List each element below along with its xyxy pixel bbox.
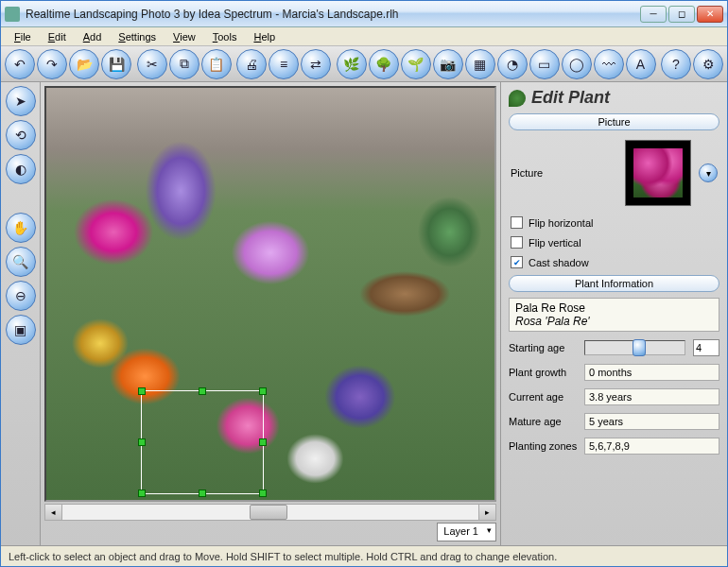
minimize-button[interactable]: ─ (640, 6, 667, 23)
path-icon[interactable]: 〰 (594, 49, 624, 79)
zoom-in-icon[interactable]: 🔍 (6, 247, 36, 277)
slider-thumb[interactable] (633, 339, 646, 356)
undo-icon[interactable]: ↶ (5, 49, 35, 79)
resize-handle[interactable] (199, 490, 206, 497)
camera-icon[interactable]: 📷 (433, 49, 463, 79)
tree-icon[interactable]: 🌳 (369, 49, 399, 79)
menu-settings[interactable]: Settings (111, 29, 164, 44)
plant-growth-value: 0 months (584, 364, 719, 381)
menu-help[interactable]: Help (246, 29, 283, 44)
print-icon[interactable]: 🖨 (236, 49, 267, 79)
plant-growth-label: Plant growth (509, 367, 581, 378)
fit-icon[interactable]: ▣ (6, 315, 36, 345)
main-toolbar: ↶ ↷ 📂 💾 ✂ ⧉ 📋 🖨 ≡ ⇄ 🌿 🌳 🌱 📷 ▦ ◔ ▭ ◯ 〰 A … (1, 46, 727, 82)
zones-label: Planting zones (509, 440, 581, 452)
fill-icon[interactable]: ◐ (6, 154, 36, 184)
canvas-area: ◂ ▸ Layer 1 (41, 82, 500, 545)
flip-h-label: Flip horizontal (529, 217, 593, 229)
picture-section-header: Picture (509, 113, 719, 130)
selection-box[interactable] (141, 390, 264, 494)
horizontal-scrollbar[interactable]: ◂ ▸ (44, 504, 496, 521)
picture-label: Picture (511, 167, 543, 179)
maximize-button[interactable]: ◻ (668, 6, 695, 23)
flip-icon[interactable]: ⇄ (301, 49, 331, 79)
current-age-value: 3.8 years (584, 388, 719, 405)
mature-age-value: 5 years (584, 413, 719, 430)
rotate-icon[interactable]: ⟲ (6, 120, 36, 150)
zoom-out-icon[interactable]: ⊖ (6, 281, 36, 311)
plant-scientific-name: Rosa 'Pala Re' (515, 315, 713, 328)
scroll-left-icon[interactable]: ◂ (45, 505, 62, 520)
plant-info-box: Pala Re Rose Rosa 'Pala Re' (509, 298, 719, 332)
settings-icon[interactable]: ⚙ (693, 49, 723, 79)
text-icon[interactable]: A (626, 49, 656, 79)
copy-icon[interactable]: ⧉ (169, 49, 199, 79)
starting-age-label: Starting age (509, 342, 581, 353)
shrub-icon[interactable]: 🌱 (401, 49, 431, 79)
shape-icon[interactable]: ◯ (562, 49, 592, 79)
align-icon[interactable]: ≡ (269, 49, 299, 79)
scroll-thumb[interactable] (250, 505, 287, 520)
menu-file[interactable]: File (7, 29, 39, 44)
window-title: Realtime Landscaping Photo 3 by Idea Spe… (26, 8, 640, 21)
status-text: Left-click to select an object and drag … (9, 551, 557, 562)
resize-handle[interactable] (138, 438, 146, 446)
resize-handle[interactable] (138, 387, 146, 395)
pointer-icon[interactable]: ➤ (6, 86, 36, 116)
redo-icon[interactable]: ↷ (37, 49, 67, 79)
resize-handle[interactable] (259, 438, 267, 446)
status-bar: Left-click to select an object and drag … (1, 545, 727, 566)
starting-age-slider[interactable] (584, 340, 685, 355)
design-canvas[interactable] (44, 86, 496, 502)
menu-tools[interactable]: Tools (205, 29, 245, 44)
save-icon[interactable]: 💾 (101, 49, 131, 79)
cast-shadow-label: Cast shadow (529, 257, 589, 268)
content-area: ➤ ⟲ ◐ ✋ 🔍 ⊖ ▣ (1, 82, 727, 545)
help-icon[interactable]: ? (661, 49, 691, 79)
flip-v-label: Flip vertical (529, 237, 581, 249)
picture-options-button[interactable]: ▾ (699, 163, 718, 182)
app-window: Realtime Landscaping Photo 3 by Idea Spe… (0, 0, 728, 567)
flip-horizontal-checkbox[interactable] (511, 216, 523, 229)
rock-icon[interactable]: ◔ (497, 49, 528, 79)
left-toolbar: ➤ ⟲ ◐ ✋ 🔍 ⊖ ▣ (1, 82, 41, 545)
close-button[interactable]: ✕ (697, 6, 723, 23)
current-age-label: Current age (509, 391, 581, 403)
plant-common-name: Pala Re Rose (515, 301, 713, 315)
menu-view[interactable]: View (165, 29, 203, 44)
cut-icon[interactable]: ✂ (137, 49, 167, 79)
properties-panel: Edit Plant Picture Picture ▾ Flip horizo… (500, 82, 727, 545)
open-icon[interactable]: 📂 (69, 49, 99, 79)
resize-handle[interactable] (199, 387, 206, 395)
starting-age-value[interactable]: 4 (693, 339, 719, 356)
resize-handle[interactable] (138, 490, 146, 497)
menu-add[interactable]: Add (76, 29, 110, 44)
mature-age-label: Mature age (509, 416, 581, 427)
menu-edit[interactable]: Edit (41, 29, 74, 44)
layer-selector[interactable]: Layer 1 (437, 523, 496, 541)
pan-icon[interactable]: ✋ (6, 213, 36, 243)
app-icon (5, 7, 20, 22)
cast-shadow-checkbox[interactable]: ✔ (511, 256, 523, 268)
zones-value: 5,6,7,8,9 (584, 438, 719, 455)
info-section-header: Plant Information (509, 275, 719, 292)
texture-icon[interactable]: ▦ (465, 49, 495, 79)
menubar: File Edit Add Settings View Tools Help (1, 27, 727, 46)
resize-handle[interactable] (259, 490, 267, 497)
paste-icon[interactable]: 📋 (201, 49, 232, 79)
leaf-icon (509, 90, 526, 107)
flip-vertical-checkbox[interactable] (511, 236, 523, 249)
scroll-right-icon[interactable]: ▸ (478, 505, 495, 520)
titlebar: Realtime Landscaping Photo 3 by Idea Spe… (1, 1, 727, 27)
furniture-icon[interactable]: ▭ (529, 49, 560, 79)
scroll-track[interactable] (62, 505, 478, 520)
plant-icon[interactable]: 🌿 (337, 49, 367, 79)
landscape-photo (46, 88, 494, 500)
resize-handle[interactable] (259, 387, 267, 395)
plant-thumbnail[interactable] (625, 140, 691, 206)
panel-title: Edit Plant (531, 88, 610, 108)
